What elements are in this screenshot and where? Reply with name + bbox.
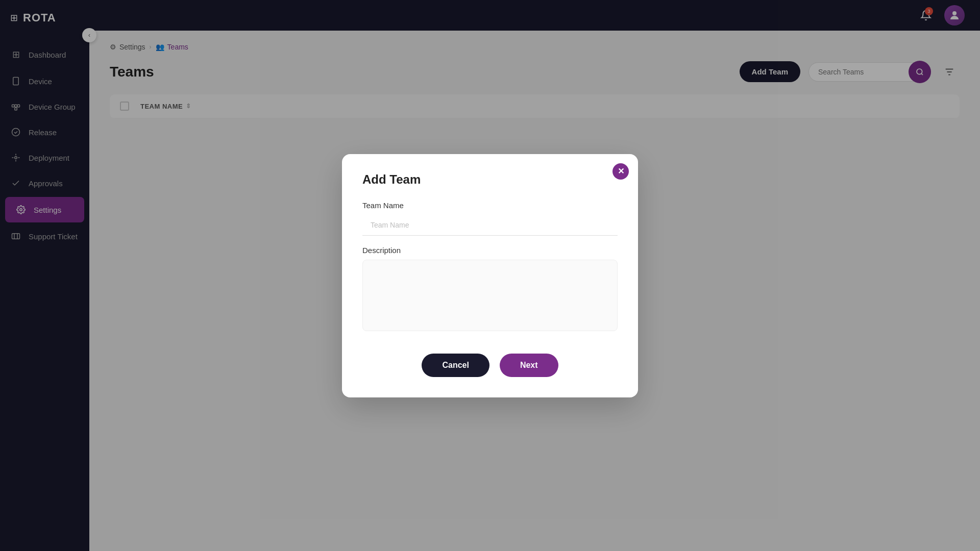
team-name-label: Team Name bbox=[362, 201, 618, 210]
cancel-button[interactable]: Cancel bbox=[422, 354, 489, 377]
next-button[interactable]: Next bbox=[500, 354, 558, 377]
modal-title: Add Team bbox=[362, 172, 618, 187]
add-team-modal: ✕ Add Team Team Name Description Cancel … bbox=[342, 154, 638, 397]
modal-overlay[interactable]: ✕ Add Team Team Name Description Cancel … bbox=[0, 0, 980, 551]
modal-close-button[interactable]: ✕ bbox=[612, 163, 629, 180]
modal-footer: Cancel Next bbox=[362, 354, 618, 377]
team-name-group: Team Name bbox=[362, 201, 618, 236]
main-content: 3 ⚙ Settings › 👥 Teams bbox=[89, 0, 980, 551]
description-textarea[interactable] bbox=[362, 260, 618, 331]
description-group: Description bbox=[362, 246, 618, 333]
description-label: Description bbox=[362, 246, 618, 255]
team-name-input[interactable] bbox=[362, 215, 618, 236]
